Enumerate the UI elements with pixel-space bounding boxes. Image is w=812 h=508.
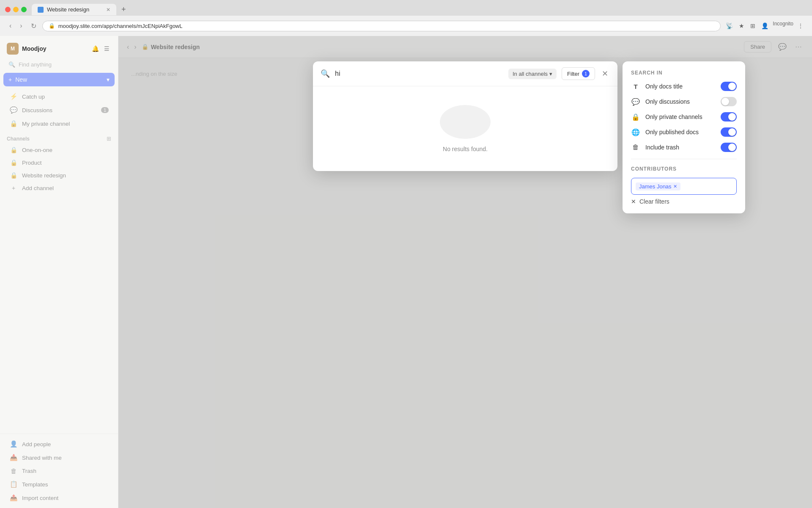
clear-icon: ✕ [631, 198, 636, 205]
nav-actions: 📡 ★ ⊞ 👤 Incognito ⋮ [724, 21, 805, 31]
trash-toggle[interactable] [721, 143, 737, 152]
sidebar-bottom: 👤 Add people 📥 Shared with me 🗑 Trash 📋 … [0, 433, 118, 505]
filter-button[interactable]: Filter 1 [562, 67, 595, 80]
channel-product-label: Product [22, 160, 42, 166]
filter-divider [631, 159, 737, 159]
published-filter-label: Only published docs [645, 129, 716, 135]
browser-tab[interactable]: Website redesign ✕ [32, 4, 116, 15]
discussions-filter-icon: 💬 [631, 98, 640, 106]
filter-row-discussions: 💬 Only discussions [631, 97, 737, 106]
sidebar-search[interactable]: 🔍 Find anything [3, 60, 115, 69]
sidebar-item-private[interactable]: 🔒 My private channel [3, 117, 115, 130]
sidebar-channel-oneonone[interactable]: 🔒 One-on-one [3, 144, 115, 156]
search-results: No results found. [313, 86, 617, 171]
published-toggle[interactable] [721, 127, 737, 137]
workspace-name: Moodjoy [22, 45, 87, 52]
url-bar[interactable]: 🔒 moodjoy.slite.com/app/channels/mJcENpi… [42, 21, 721, 31]
sidebar-item-import[interactable]: 📤 Import content [3, 491, 115, 505]
toggle-thumb [728, 83, 736, 90]
sidebar-item-discussions[interactable]: 💬 Discussions 1 [3, 103, 115, 117]
notification-button[interactable]: 🔔 [90, 44, 101, 54]
sidebar-item-templates[interactable]: 📋 Templates [3, 478, 115, 491]
sidebar-add-channel[interactable]: + Add channel [3, 182, 115, 194]
workspace-initials: M [11, 46, 15, 52]
docs-title-toggle[interactable] [721, 82, 737, 91]
workspace-avatar: M [7, 43, 19, 55]
trash-filter-label: Include trash [645, 144, 716, 151]
menu-button[interactable]: ⋮ [796, 21, 805, 31]
channel-filter-label: In all channels [513, 71, 548, 77]
back-button[interactable]: ‹ [7, 20, 14, 31]
sidebar-item-sharedwithme[interactable]: 📥 Shared with me [3, 451, 115, 464]
layout-button[interactable]: ☰ [102, 44, 111, 54]
filter-section-search-in: SEARCH IN [631, 70, 737, 76]
tab-bar: Website redesign ✕ + [0, 0, 812, 16]
filter-panel: SEARCH IN T Only docs title 💬 Only discu… [623, 61, 745, 213]
trash-icon: 🗑 [9, 467, 18, 475]
add-channel-icon[interactable]: ⊞ [107, 135, 111, 142]
channel-lock-icon: 🔒 [9, 146, 18, 153]
tab-close-button[interactable]: ✕ [106, 7, 110, 13]
toggle-thumb-2 [721, 98, 729, 105]
import-icon: 📤 [9, 494, 18, 502]
ssl-icon: 🔒 [49, 23, 55, 29]
bookmark-button[interactable]: ★ [737, 21, 746, 31]
sidebar-item-catchup[interactable]: ⚡ Catch up [3, 90, 115, 103]
plus-icon: + [8, 76, 12, 83]
catchup-label: Catch up [22, 94, 109, 100]
sidebar-header-icons: 🔔 ☰ [90, 44, 111, 54]
close-window-button[interactable] [5, 7, 11, 12]
channel-lock-icon-product: 🔒 [9, 159, 18, 166]
filter-row-published: 🌐 Only published docs [631, 127, 737, 137]
app: M Moodjoy 🔔 ☰ 🔍 Find anything + New ▾ ⚡ … [0, 36, 812, 508]
clear-filters-label: Clear filters [639, 198, 669, 205]
sidebar-item-addpeople[interactable]: 👤 Add people [3, 437, 115, 451]
add-channel-icon-sidebar: + [9, 185, 18, 191]
discussions-badge: 1 [101, 107, 109, 113]
clear-filters-button[interactable]: ✕ Clear filters [631, 198, 669, 205]
sidebar-item-trash[interactable]: 🗑 Trash [3, 464, 115, 478]
contributors-section-title: CONTRIBUTORS [631, 166, 737, 172]
reload-button[interactable]: ↻ [28, 20, 39, 32]
search-header: 🔍 In all channels ▾ Filter 1 ✕ [313, 61, 617, 86]
channel-oneonone-label: One-on-one [22, 147, 52, 153]
search-modal: 🔍 In all channels ▾ Filter 1 ✕ No result… [313, 61, 617, 171]
extension-button[interactable]: ⊞ [749, 21, 757, 31]
nav-bar: ‹ › ↻ 🔒 moodjoy.slite.com/app/channels/m… [0, 16, 812, 36]
url-text: moodjoy.slite.com/app/channels/mJcENpiAk… [58, 23, 183, 29]
catchup-icon: ⚡ [9, 93, 18, 100]
search-input[interactable] [335, 70, 503, 77]
toggle-thumb-4 [728, 128, 736, 136]
trash-filter-icon: 🗑 [631, 144, 640, 151]
incognito-label: Incognito [773, 21, 793, 31]
contributors-input[interactable]: James Jonas ✕ [631, 178, 737, 195]
private-toggle[interactable] [721, 112, 737, 121]
toggle-thumb-5 [728, 144, 736, 151]
templates-icon: 📋 [9, 480, 18, 488]
discussions-filter-label: Only discussions [645, 98, 716, 105]
docs-title-icon: T [631, 83, 640, 90]
channel-filter-button[interactable]: In all channels ▾ [508, 69, 557, 79]
screen-cast-button[interactable]: 📡 [724, 21, 735, 31]
maximize-window-button[interactable] [21, 7, 27, 12]
sidebar-channel-product[interactable]: 🔒 Product [3, 156, 115, 169]
filter-count-badge: 1 [582, 70, 590, 77]
tab-title: Website redesign [47, 6, 89, 13]
private-filter-icon: 🔒 [631, 113, 640, 121]
new-tab-button[interactable]: + [118, 3, 129, 16]
discussions-toggle[interactable] [721, 97, 737, 106]
discussions-icon: 💬 [9, 106, 18, 114]
contributor-tag-james: James Jonas ✕ [636, 182, 680, 190]
profile-button[interactable]: 👤 [760, 21, 770, 31]
add-people-label: Add people [22, 441, 109, 447]
minimize-window-button[interactable] [13, 7, 19, 12]
main-area: ‹ › 🔒 Website redesign Share 💬 ⋯ ...ndin… [118, 36, 812, 508]
sidebar-channel-website[interactable]: 🔒 Website redesign [3, 169, 115, 182]
tab-favicon [38, 7, 44, 13]
new-button[interactable]: + New ▾ [3, 73, 115, 86]
remove-contributor-button[interactable]: ✕ [673, 184, 677, 189]
forward-button[interactable]: › [17, 20, 25, 31]
channel-lock-icon-website: 🔒 [9, 172, 18, 179]
find-anything-label: Find anything [19, 61, 52, 68]
close-search-button[interactable]: ✕ [600, 67, 610, 80]
